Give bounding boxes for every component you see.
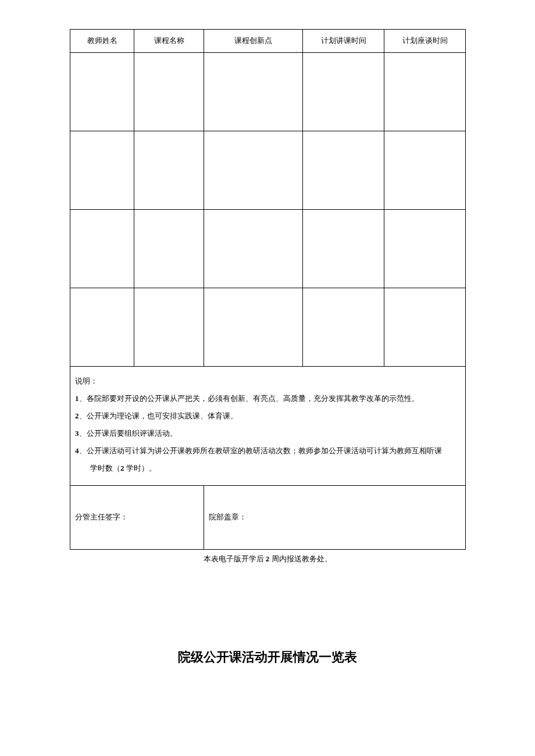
cell-lecture-time xyxy=(303,288,384,367)
cell-discussion-time xyxy=(384,288,466,367)
cell-lecture-time xyxy=(303,210,384,288)
cell-lecture-time xyxy=(303,53,384,131)
note-4: 4、公开课活动可计算为讲公开课教师所在教研室的教研活动次数；教师参加公开课活动可… xyxy=(75,443,461,458)
col-header-discussion-time: 计划座谈时间 xyxy=(384,30,466,53)
cell-innovation xyxy=(204,131,303,210)
table-row xyxy=(70,210,466,288)
cell-teacher xyxy=(70,131,134,210)
note-1: 1、各院部要对开设的公开课从严把关，必须有创新、有亮点、高质量，充分发挥其教学改… xyxy=(75,391,461,406)
table-header-row: 教师姓名 课程名称 课程创新点 计划讲课时间 计划座谈时间 xyxy=(70,30,466,53)
footer-note: 本表电子版开学后 2 周内报送教务处。 xyxy=(70,553,465,565)
cell-innovation xyxy=(204,288,303,367)
signature-left: 分管主任签字： xyxy=(70,486,204,550)
table-row xyxy=(70,53,466,131)
signature-row: 分管主任签字： 院部盖章： xyxy=(70,486,466,550)
cell-course xyxy=(134,131,204,210)
cell-course xyxy=(134,53,204,131)
cell-teacher xyxy=(70,210,134,288)
notes-row: 说明： 1、各院部要对开设的公开课从严把关，必须有创新、有亮点、高质量，充分发挥… xyxy=(70,367,466,486)
signature-right: 院部盖章： xyxy=(204,486,466,550)
cell-discussion-time xyxy=(384,210,466,288)
cell-lecture-time xyxy=(303,131,384,210)
col-header-teacher: 教师姓名 xyxy=(70,30,134,53)
cell-innovation xyxy=(204,210,303,288)
cell-course xyxy=(134,288,204,367)
table-row xyxy=(70,288,466,367)
page-title-2: 院级公开课活动开展情况一览表 xyxy=(70,647,465,667)
col-header-lecture-time: 计划讲课时间 xyxy=(303,30,384,53)
cell-teacher xyxy=(70,288,134,367)
notes-title: 说明： xyxy=(75,374,461,389)
col-header-course: 课程名称 xyxy=(134,30,204,53)
plan-table: 教师姓名 课程名称 课程创新点 计划讲课时间 计划座谈时间 xyxy=(70,29,466,550)
note-4-cont: 学时数（2 学时）。 xyxy=(75,461,461,476)
note-3: 3、公开课后要组织评课活动。 xyxy=(75,426,461,441)
cell-discussion-time xyxy=(384,131,466,210)
cell-teacher xyxy=(70,53,134,131)
table-row xyxy=(70,131,466,210)
col-header-innovation: 课程创新点 xyxy=(204,30,303,53)
note-2: 2、公开课为理论课，也可安排实践课、体育课。 xyxy=(75,409,461,424)
notes-cell: 说明： 1、各院部要对开设的公开课从严把关，必须有创新、有亮点、高质量，充分发挥… xyxy=(70,367,466,486)
cell-innovation xyxy=(204,53,303,131)
cell-course xyxy=(134,210,204,288)
cell-discussion-time xyxy=(384,53,466,131)
